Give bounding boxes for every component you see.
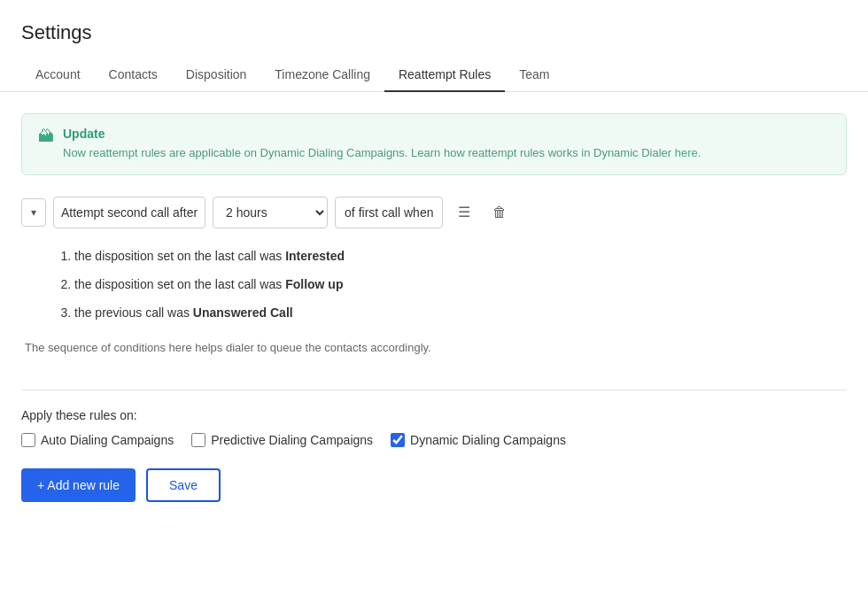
update-text: Now reattempt rules are applicable on Dy… [63, 144, 701, 162]
tab-account[interactable]: Account [21, 58, 95, 92]
update-content: Update Now reattempt rules are applicabl… [63, 127, 701, 162]
checkboxes-row: Auto Dialing Campaigns Predictive Dialin… [21, 433, 847, 447]
delete-button[interactable]: 🗑 [485, 198, 514, 227]
predictive-dialing-checkbox[interactable] [191, 433, 205, 447]
tab-contacts[interactable]: Contacts [95, 58, 172, 92]
update-link[interactable]: here. [675, 146, 701, 159]
tab-reattempt-rules[interactable]: Reattempt Rules [384, 58, 505, 92]
rule-row: ▾ Attempt second call after 2 hours 1 ho… [21, 197, 847, 228]
auto-dialing-checkbox-item[interactable]: Auto Dialing Campaigns [21, 433, 174, 447]
auto-dialing-checkbox[interactable] [21, 433, 35, 447]
predictive-dialing-label: Predictive Dialing Campaigns [211, 433, 373, 447]
add-new-rule-button[interactable]: + Add new rule [21, 468, 136, 502]
dynamic-dialing-label: Dynamic Dialing Campaigns [410, 433, 566, 447]
attempt-label: Attempt second call after [53, 197, 205, 228]
tab-timezone-calling[interactable]: Timezone Calling [260, 58, 384, 92]
list-icon: ☰ [458, 204, 470, 220]
update-title: Update [63, 127, 701, 141]
list-icon-button[interactable]: ☰ [450, 198, 478, 227]
divider [21, 390, 847, 390]
chevron-down-icon: ▾ [31, 206, 36, 219]
update-banner: 🏔 Update Now reattempt rules are applica… [21, 113, 847, 175]
dynamic-dialing-checkbox[interactable] [391, 433, 405, 447]
update-icon: 🏔 [38, 128, 54, 146]
actions-row: + Add new rule Save [21, 468, 847, 502]
trash-icon: 🗑 [492, 205, 507, 220]
expand-button[interactable]: ▾ [21, 198, 46, 227]
apply-label: Apply these rules on: [21, 408, 847, 422]
save-button[interactable]: Save [146, 468, 221, 502]
tab-team[interactable]: Team [505, 58, 563, 92]
condition-item-1: the disposition set on the last call was… [74, 246, 847, 266]
condition-item-3: the previous call was Unanswered Call [74, 303, 847, 322]
sequence-note: The sequence of conditions here helps di… [21, 341, 847, 354]
page-title: Settings [0, 0, 868, 58]
nav-tabs: Account Contacts Disposition Timezone Ca… [0, 58, 868, 92]
apply-section: Apply these rules on: Auto Dialing Campa… [21, 408, 847, 502]
tab-disposition[interactable]: Disposition [172, 58, 260, 92]
first-call-label: of first call when [335, 197, 443, 228]
predictive-dialing-checkbox-item[interactable]: Predictive Dialing Campaigns [191, 433, 373, 447]
hours-select[interactable]: 2 hours 1 hours 3 hours 4 hours 6 hours … [213, 197, 328, 228]
conditions-list: the disposition set on the last call was… [57, 246, 847, 323]
main-content: 🏔 Update Now reattempt rules are applica… [0, 92, 868, 523]
condition-item-2: the disposition set on the last call was… [74, 274, 847, 294]
dynamic-dialing-checkbox-item[interactable]: Dynamic Dialing Campaigns [391, 433, 566, 447]
auto-dialing-label: Auto Dialing Campaigns [41, 433, 174, 447]
